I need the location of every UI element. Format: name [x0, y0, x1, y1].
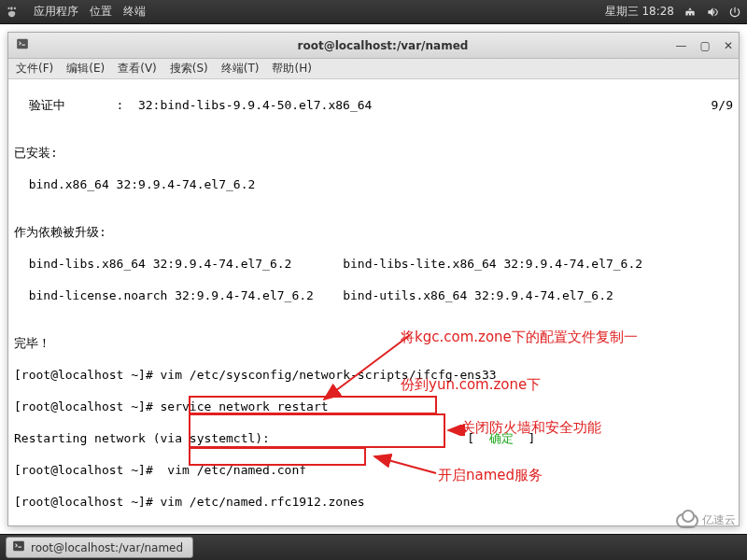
maximize-button[interactable]: ▢	[700, 39, 711, 52]
term-line: bind-libs.x86_64 32:9.9.4-74.el7_6.2 bin…	[14, 256, 733, 272]
cloud-icon	[676, 513, 698, 528]
power-icon[interactable]	[728, 6, 741, 19]
menu-file[interactable]: 文件(F)	[16, 61, 53, 77]
menu-edit[interactable]: 编辑(E)	[66, 61, 105, 77]
terminal-icon	[16, 37, 29, 53]
window-titlebar[interactable]: root@localhost:/var/named — ▢ ✕	[8, 33, 739, 59]
terminal-body[interactable]: 验证中 : 32:bind-libs-9.9.4-50.el7.x86_649/…	[8, 79, 739, 525]
annotation-3: 开启named服务	[438, 468, 543, 483]
svg-rect-0	[17, 39, 28, 49]
gnome-bottom-panel: root@localhost:/var/named	[0, 534, 747, 560]
taskbar-terminal-button[interactable]: root@localhost:/var/named	[6, 537, 193, 558]
annotation-1: 将kgc.com.zone下的配置文件复制一 份到yun.com.zone下	[401, 298, 638, 425]
term-line: [root@localhost ~]# vim /etc/named.rfc19…	[14, 494, 733, 510]
gnome-foot-icon	[6, 6, 22, 19]
window-title: root@localhost:/var/named	[35, 39, 731, 52]
term-line: 已安装:	[14, 145, 733, 161]
gnome-top-panel: 应用程序 位置 终端 星期三 18:28	[0, 0, 747, 24]
network-icon[interactable]	[684, 6, 697, 19]
annotation-2: 关闭防火墙和安全功能	[461, 420, 601, 436]
watermark: 亿速云	[676, 512, 736, 528]
minimize-button[interactable]: —	[676, 39, 687, 52]
terminal-menubar: 文件(F) 编辑(E) 查看(V) 搜索(S) 终端(T) 帮助(H)	[8, 59, 739, 79]
menu-terminal[interactable]: 终端(T)	[221, 61, 260, 77]
menu-view[interactable]: 查看(V)	[118, 61, 157, 77]
term-line: 验证中 : 32:bind-libs-9.9.4-50.el7.x86_649/…	[14, 97, 733, 113]
panel-places[interactable]: 位置	[90, 4, 112, 20]
close-button[interactable]: ✕	[724, 39, 733, 52]
panel-apps[interactable]: 应用程序	[34, 4, 78, 20]
term-line: [root@localhost ~]# vim /etc/named.conf	[14, 462, 733, 478]
term-line: bind.x86_64 32:9.9.4-74.el7_6.2	[14, 176, 733, 192]
term-line: 作为依赖被升级:	[14, 224, 733, 240]
taskbar-button-label: root@localhost:/var/named	[31, 541, 183, 554]
terminal-icon	[12, 539, 25, 555]
term-line: Restarting network (via systemctl): [ 确定…	[14, 430, 733, 446]
menu-help[interactable]: 帮助(H)	[272, 61, 311, 77]
panel-terminal[interactable]: 终端	[123, 4, 146, 20]
svg-rect-4	[13, 541, 24, 552]
terminal-window: root@localhost:/var/named — ▢ ✕ 文件(F) 编辑…	[7, 32, 740, 526]
volume-icon[interactable]	[706, 6, 719, 19]
panel-datetime: 星期三 18:28	[605, 4, 674, 20]
menu-search[interactable]: 搜索(S)	[170, 61, 208, 77]
